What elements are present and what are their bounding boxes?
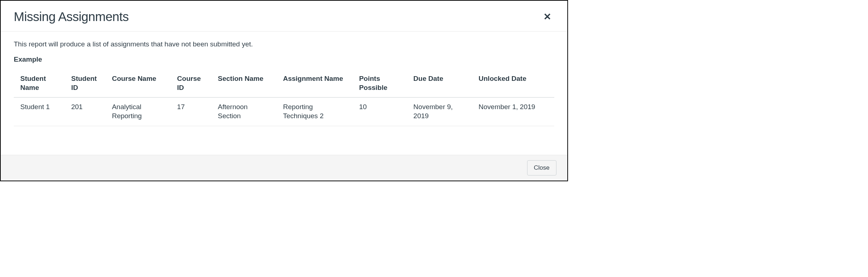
- header-assignment-name: Assignment Name: [277, 69, 353, 98]
- modal-body: This report will produce a list of assig…: [1, 32, 567, 155]
- close-button[interactable]: Close: [527, 160, 556, 175]
- cell-unlocked-date: November 1, 2019: [473, 98, 554, 126]
- header-points-possible: Points Possible: [353, 69, 408, 98]
- header-course-name: Course Name: [106, 69, 171, 98]
- close-icon[interactable]: ✕: [541, 11, 554, 23]
- modal-footer: Close: [1, 155, 567, 181]
- modal-title: Missing Assignments: [14, 9, 129, 24]
- missing-assignments-modal: Missing Assignments ✕ This report will p…: [0, 0, 568, 181]
- cell-course-id: 17: [171, 98, 212, 126]
- header-unlocked-date: Unlocked Date: [473, 69, 554, 98]
- cell-assignment-name: Reporting Techniques 2: [277, 98, 353, 126]
- table-header-row: Student Name Student ID Course Name Cour…: [14, 69, 554, 98]
- header-section-name: Section Name: [212, 69, 277, 98]
- cell-student-name: Student 1: [14, 98, 65, 126]
- header-course-id: Course ID: [171, 69, 212, 98]
- table-row: Student 1 201 Analytical Reporting 17 Af…: [14, 98, 554, 126]
- example-table: Student Name Student ID Course Name Cour…: [14, 69, 554, 126]
- cell-student-id: 201: [65, 98, 106, 126]
- header-due-date: Due Date: [408, 69, 473, 98]
- report-description: This report will produce a list of assig…: [14, 40, 554, 48]
- cell-section-name: Afternoon Section: [212, 98, 277, 126]
- cell-course-name: Analytical Reporting: [106, 98, 171, 126]
- cell-due-date: November 9, 2019: [408, 98, 473, 126]
- modal-header: Missing Assignments ✕: [1, 1, 567, 32]
- cell-points-possible: 10: [353, 98, 408, 126]
- header-student-name: Student Name: [14, 69, 65, 98]
- example-label: Example: [14, 55, 554, 63]
- header-student-id: Student ID: [65, 69, 106, 98]
